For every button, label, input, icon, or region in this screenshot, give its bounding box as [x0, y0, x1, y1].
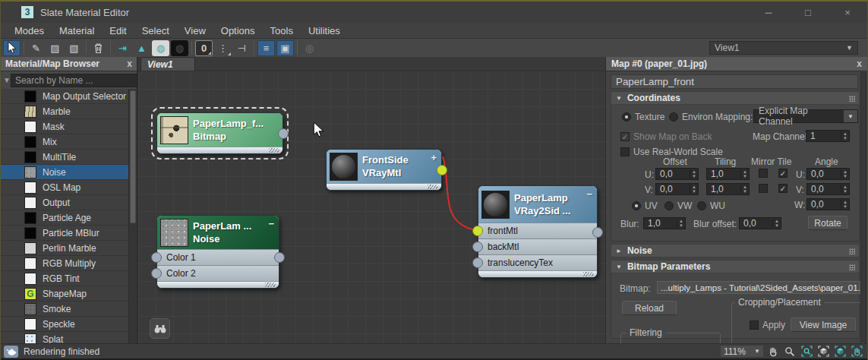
color1-input-socket[interactable]	[151, 252, 162, 263]
pan-view-icon[interactable]	[765, 345, 781, 358]
list-item[interactable]: Perlin Marble	[1, 241, 137, 256]
node-vray2sided[interactable]: PaperLamp VRay2Sid ... − frontMtl backMt…	[478, 185, 598, 278]
material-id-channel-icon[interactable]: 0	[195, 40, 213, 56]
scrollbar-thumb[interactable]	[130, 90, 136, 223]
browser-scrollbar[interactable]	[128, 89, 137, 343]
use-real-world-scale-checkbox[interactable]	[620, 147, 630, 156]
spinner-arrows-icon[interactable]: ▲▼	[740, 185, 749, 194]
menu-tools[interactable]: Tools	[263, 25, 301, 36]
u-tiling-spinner[interactable]: 1,0▲▼	[706, 168, 750, 180]
blur-spinner[interactable]: 1,0▲▼	[643, 217, 686, 229]
texture-radio[interactable]	[622, 112, 631, 122]
rotate-button[interactable]: Rotate	[808, 216, 847, 230]
material-name-field[interactable]	[611, 74, 858, 89]
list-item[interactable]: Map Output Selector	[1, 89, 137, 104]
w-angle-spinner[interactable]: 0,0▲▼	[806, 198, 850, 210]
parameter-scrollbar[interactable]	[860, 72, 866, 343]
vw-radio[interactable]	[664, 201, 674, 210]
menu-select[interactable]: Select	[134, 25, 177, 36]
view-image-button[interactable]: View Image	[791, 317, 856, 332]
minimize-button[interactable]: ─	[749, 2, 788, 23]
show-shaded-material-icon[interactable]: ◍	[152, 40, 169, 56]
list-item[interactable]: Marble	[1, 104, 137, 119]
parameter-editor-toggle-icon[interactable]: ▣	[276, 40, 294, 56]
bitmap-path-button[interactable]: ...ultiply_Lamps - Tutorial\2Sided_Asset…	[657, 281, 860, 294]
v-mirror-checkbox[interactable]	[759, 184, 768, 193]
slot-color1[interactable]: Color 1	[157, 249, 279, 265]
noise-rollout-header[interactable]: ► Noise	[611, 244, 860, 257]
list-item[interactable]: Speckle	[1, 317, 137, 332]
rollout-grip-icon[interactable]	[849, 264, 855, 270]
navigator-button[interactable]	[150, 318, 170, 339]
frontside-output-socket[interactable]	[437, 165, 447, 175]
apply-checkbox[interactable]	[750, 321, 759, 330]
node-noise[interactable]: PaperLam ... Noise − Color 1 Color 2	[156, 215, 279, 289]
node-frontside-header[interactable]: FrontSide VRayMtl +	[327, 150, 441, 183]
zoom-level-dropdown[interactable]: 111% ▼	[720, 345, 764, 358]
uv-radio[interactable]	[632, 201, 641, 210]
u-mirror-checkbox[interactable]	[759, 169, 768, 178]
list-item[interactable]: GShapeMap	[1, 286, 137, 302]
zoom-extents-icon[interactable]	[816, 345, 831, 358]
menu-modes[interactable]: Modes	[7, 25, 52, 36]
node-frontside-vraymtl[interactable]: FrontSide VRayMtl +	[326, 149, 442, 191]
frontmtl-input-socket[interactable]	[472, 226, 483, 236]
spinner-arrows-icon[interactable]: ▲▼	[841, 200, 849, 209]
rollout-grip-icon[interactable]	[849, 248, 855, 254]
menu-options[interactable]: Options	[213, 25, 263, 36]
layout-children-icon[interactable]: ⋮	[214, 40, 232, 56]
list-item[interactable]: Mask	[1, 119, 137, 134]
bitmap-parameters-header[interactable]: ▼ Bitmap Parameters	[611, 260, 860, 273]
node-bitmap-header[interactable]: PaperLamp_f... Bitmap	[157, 113, 282, 147]
translucencytex-input-socket[interactable]	[472, 257, 483, 268]
tab-view1[interactable]: View1	[140, 57, 195, 71]
environ-radio[interactable]	[669, 112, 678, 122]
pick-material-icon[interactable]: ✎	[27, 40, 45, 56]
slot-translucencytex[interactable]: translucencyTex	[478, 254, 597, 270]
list-item[interactable]: Splat	[1, 332, 137, 343]
search-input[interactable]	[11, 74, 137, 87]
collapse-node-icon[interactable]: −	[268, 218, 274, 229]
hide-unused-nodeslots-icon[interactable]: ▲	[133, 40, 150, 56]
maximize-button[interactable]: □	[788, 2, 828, 23]
show-map-on-back-checkbox[interactable]: ✓	[620, 132, 630, 141]
collapse-node-icon[interactable]: −	[586, 188, 592, 200]
material-map-browser-toggle-icon[interactable]: ≡	[257, 40, 275, 56]
menu-material[interactable]: Material	[52, 25, 102, 36]
list-item[interactable]: OSL Map	[1, 180, 137, 195]
spinner-arrows-icon[interactable]: ▲▼	[690, 169, 698, 178]
list-item[interactable]: Particle Age	[1, 210, 137, 226]
wu-radio[interactable]	[697, 201, 706, 210]
move-children-icon[interactable]: ⇥	[114, 40, 131, 56]
delete-selected-icon[interactable]	[90, 40, 107, 56]
expand-node-icon[interactable]: +	[431, 152, 437, 163]
list-item[interactable]: RGB Multiply	[1, 256, 137, 271]
node-bitmap[interactable]: PaperLamp_f... Bitmap	[156, 112, 283, 154]
browser-close-icon[interactable]: x	[127, 58, 132, 69]
bitmap-output-socket[interactable]	[278, 128, 289, 139]
u-tile-checkbox[interactable]: ✓	[778, 169, 788, 178]
view-selector-dropdown[interactable]: View1 ▼	[709, 41, 858, 55]
list-item[interactable]: RGB Tint	[1, 271, 137, 286]
reload-button[interactable]: Reload	[622, 301, 677, 315]
slot-backmtl[interactable]: backMtl	[478, 238, 597, 254]
map-channel-spinner[interactable]: 1 ▲▼	[806, 130, 850, 142]
menu-utilities[interactable]: Utilities	[301, 25, 348, 36]
v-tiling-spinner[interactable]: 1,0▲▼	[706, 183, 750, 195]
dropdown-arrow-icon[interactable]: ▼	[843, 110, 857, 122]
layout-all-icon[interactable]: ⊣	[233, 40, 251, 56]
zoom-extents-selected-icon[interactable]	[832, 345, 847, 358]
spinner-arrows-icon[interactable]: ▲▼	[740, 169, 749, 178]
menu-view[interactable]: View	[177, 25, 213, 36]
list-item[interactable]: MultiTile	[1, 150, 137, 165]
select-tool-icon[interactable]	[3, 40, 21, 56]
node-view-canvas[interactable]: View1 PaperLamp_f... Bitmap	[138, 57, 605, 343]
coordinates-rollout-header[interactable]: ▼ Coordinates	[611, 91, 860, 105]
spinner-arrows-icon[interactable]: ▲▼	[841, 169, 849, 178]
spinner-arrows-icon[interactable]: ▲▼	[841, 131, 849, 141]
node-noise-header[interactable]: PaperLam ... Noise −	[157, 216, 279, 249]
list-item[interactable]: Mix	[1, 134, 137, 150]
color2-input-socket[interactable]	[151, 268, 162, 279]
parameter-close-icon[interactable]: x	[857, 58, 862, 69]
mapping-dropdown[interactable]: Explicit Map Channel ▼	[753, 109, 858, 123]
